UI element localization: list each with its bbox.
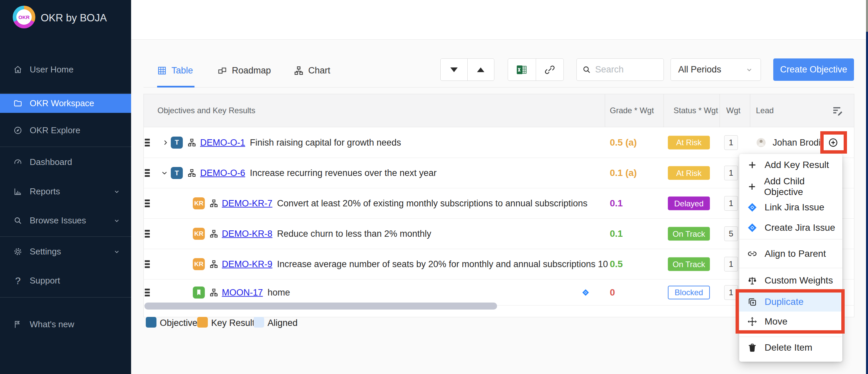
drag-handle-icon[interactable] (145, 137, 150, 148)
drag-handle-icon[interactable] (145, 168, 150, 178)
grade-value: 0.1 (610, 198, 623, 209)
menu-item-align-to-parent[interactable]: Align to Parent (739, 244, 842, 263)
menu-item-move[interactable]: Move (739, 312, 842, 331)
status-badge[interactable]: On Track (668, 257, 710, 271)
tab-roadmap[interactable]: Roadmap (217, 65, 271, 76)
sidebar-item-browse-issues[interactable]: Browse Issues (0, 211, 131, 230)
horizontal-scrollbar[interactable] (145, 303, 497, 310)
item-key-link[interactable]: DEMO-KR-9 (222, 259, 273, 269)
logo-badge-text: OKR (18, 15, 29, 20)
expand-all-button[interactable] (467, 59, 494, 81)
chain-icon (747, 249, 757, 259)
create-objective-button[interactable]: Create Objective (773, 58, 854, 81)
tab-table[interactable]: Table (157, 65, 193, 76)
menu-item-create-jira-issue[interactable]: Create Jira Issue (739, 218, 842, 237)
menu-item-label: Add Child Objective (764, 176, 842, 197)
compass-icon (13, 126, 22, 135)
weight-value[interactable]: 1 (724, 257, 738, 271)
app-logo-icon: OKR (13, 6, 35, 28)
window-edge-bottom (866, 32, 868, 374)
hierarchy-icon[interactable] (210, 260, 218, 268)
export-button-group (508, 58, 564, 81)
period-filter-select[interactable]: All Periods (671, 58, 761, 81)
item-key-link[interactable]: DEMO-KR-8 (222, 229, 273, 239)
sidebar-item-label: Settings (30, 247, 61, 257)
item-key-link[interactable]: MOON-17 (222, 287, 263, 297)
menu-item-label: Custom Weights (765, 275, 833, 286)
sidebar-item-okr-workspace[interactable]: OKR Workspace (0, 94, 131, 113)
sidebar-item-whats-new[interactable]: What's new (0, 315, 131, 334)
lead-avatar (756, 138, 766, 147)
bar-chart-icon (13, 187, 22, 196)
status-badge[interactable]: On Track (668, 227, 710, 241)
sidebar-item-okr-explore[interactable]: OKR Explore (0, 121, 131, 140)
sidebar-item-reports[interactable]: Reports (0, 182, 131, 201)
sidebar-item-label: Dashboard (30, 157, 72, 167)
menu-item-duplicate[interactable]: Duplicate (739, 292, 842, 312)
chevron-right-icon[interactable] (161, 139, 169, 147)
weight-value[interactable]: 5 (724, 226, 738, 241)
legend-label: Objective (160, 318, 197, 328)
copy-link-button[interactable] (536, 59, 564, 81)
menu-item-add-child-objective[interactable]: Add Child Objective (739, 177, 842, 196)
item-key-link[interactable]: DEMO-KR-7 (222, 198, 273, 209)
drag-handle-icon[interactable] (145, 287, 150, 297)
sidebar-item-user-home[interactable]: User Home (0, 60, 131, 79)
hierarchy-icon[interactable] (187, 169, 196, 177)
weight-value[interactable]: 1 (724, 135, 738, 150)
hierarchy-icon[interactable] (210, 229, 218, 238)
tab-chart[interactable]: Chart (294, 65, 330, 76)
item-title: home (268, 287, 290, 297)
item-key-link[interactable]: DEMO-O-1 (200, 137, 245, 148)
menu-item-label: Create Jira Issue (765, 222, 835, 233)
menu-divider (739, 268, 842, 268)
add-plus-circle-icon[interactable] (828, 137, 838, 148)
active-tab-underline (157, 86, 194, 87)
triangle-up-icon (477, 67, 484, 72)
legend-label: Key Result (211, 318, 255, 328)
grade-value: 0.1 (a) (610, 168, 637, 178)
menu-item-delete-item[interactable]: Delete Item (739, 338, 842, 357)
collapse-all-button[interactable] (441, 59, 467, 81)
hierarchy-icon[interactable] (187, 138, 196, 147)
lead-name: Johan Brodin (773, 137, 820, 148)
sidebar-item-dashboard[interactable]: Dashboard (0, 153, 131, 172)
item-title: Finish raising capital for growth needs (250, 137, 401, 148)
menu-item-label: Link Jira Issue (765, 202, 824, 213)
weight-value[interactable]: 1 (724, 166, 738, 180)
status-badge[interactable]: At Risk (668, 166, 710, 180)
tab-label: Chart (308, 65, 330, 76)
trash-icon (747, 343, 757, 353)
status-badge[interactable]: Blocked (668, 286, 710, 299)
item-title: Increase average number of seats by 20% … (277, 259, 608, 269)
hierarchy-icon[interactable] (210, 199, 218, 208)
jira-icon (747, 202, 757, 212)
sidebar-divider (0, 93, 131, 93)
menu-item-custom-weights[interactable]: Custom Weights (739, 271, 842, 290)
status-badge[interactable]: At Risk (668, 136, 710, 149)
roadmap-icon (217, 66, 227, 76)
menu-item-add-key-result[interactable]: Add Key Result (739, 155, 842, 175)
sidebar-item-settings[interactable]: Settings (0, 242, 131, 261)
hierarchy-icon[interactable] (210, 288, 218, 297)
chevron-down-icon (113, 188, 120, 195)
item-key-link[interactable]: DEMO-O-6 (200, 168, 245, 178)
export-excel-button[interactable] (508, 59, 536, 81)
drag-handle-icon[interactable] (145, 198, 150, 209)
item-title: Increase recurring revenues over the nex… (250, 168, 437, 178)
chevron-down-icon[interactable] (160, 169, 168, 177)
weight-value[interactable]: 1 (724, 285, 738, 300)
gauge-icon (13, 157, 22, 167)
edit-columns-icon[interactable] (831, 105, 843, 117)
status-badge[interactable]: Delayed (668, 197, 710, 210)
menu-divider (739, 337, 842, 337)
search-input[interactable] (594, 64, 652, 75)
menu-item-link-jira-issue[interactable]: Link Jira Issue (739, 198, 842, 217)
drag-handle-icon[interactable] (145, 229, 150, 239)
app-title: OKR by BOJA (41, 12, 107, 24)
weight-value[interactable]: 1 (724, 196, 738, 211)
sidebar-item-support[interactable]: ? Support (0, 271, 131, 290)
sidebar: OKR OKR by BOJA User Home OKR Workspace … (0, 0, 131, 374)
menu-divider (739, 239, 842, 239)
drag-handle-icon[interactable] (145, 259, 150, 269)
